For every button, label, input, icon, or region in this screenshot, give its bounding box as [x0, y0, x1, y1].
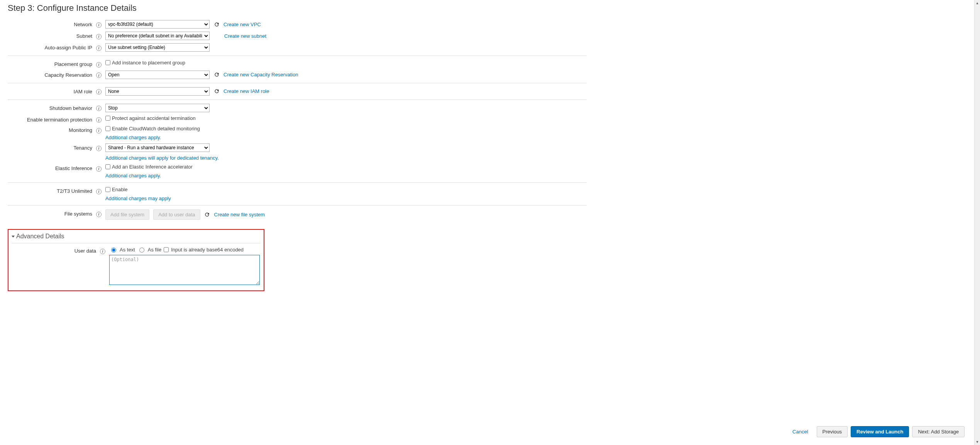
advanced-details-section: Advanced Details User data i As text As … [8, 229, 264, 291]
add-file-system-button: Add file system [105, 209, 149, 220]
advanced-details-title: Advanced Details [16, 233, 64, 240]
monitoring-label: Monitoring [8, 126, 95, 133]
create-subnet-link[interactable]: Create new subnet [224, 33, 266, 39]
autoip-select[interactable]: Use subnet setting (Enable) [105, 43, 210, 52]
subnet-label: Subnet [8, 32, 95, 39]
refresh-icon[interactable] [213, 21, 220, 27]
step-title: Step 3: Configure Instance Details [8, 3, 587, 13]
userdata-as-file-label: As file [148, 247, 161, 253]
t2t3-cb-label: Enable [112, 187, 127, 192]
tenancy-select[interactable]: Shared - Run a shared hardware instance [105, 143, 210, 152]
elastic-cb-label: Add an Elastic Inference accelerator [112, 164, 193, 170]
userdata-as-text-label: As text [120, 247, 135, 253]
create-iam-link[interactable]: Create new IAM role [223, 88, 269, 94]
caret-down-icon [12, 236, 15, 238]
userdata-base64-checkbox[interactable] [164, 247, 169, 252]
shutdown-select[interactable]: Stop [105, 104, 210, 112]
capacity-label: Capacity Reservation [8, 71, 95, 78]
capacity-select[interactable]: Open [105, 71, 210, 79]
autoip-label: Auto-assign Public IP [8, 43, 95, 51]
userdata-textarea[interactable] [109, 255, 260, 285]
monitoring-checkbox[interactable] [105, 126, 110, 131]
shutdown-label: Shutdown behavior [8, 104, 95, 111]
t2t3-checkbox[interactable] [105, 187, 110, 192]
placement-label: Placement group [8, 60, 95, 67]
iam-select[interactable]: None [105, 87, 210, 96]
create-vpc-link[interactable]: Create new VPC [223, 22, 261, 27]
placement-checkbox[interactable] [105, 60, 110, 65]
info-icon[interactable]: i [96, 128, 102, 133]
termprotect-label: Enable termination protection [8, 115, 95, 123]
create-capacity-link[interactable]: Create new Capacity Reservation [223, 72, 298, 78]
add-to-user-data-button: Add to user data [153, 209, 200, 220]
info-icon[interactable]: i [96, 189, 102, 194]
info-icon[interactable]: i [96, 22, 102, 28]
network-select[interactable]: vpc-fb3fd392 (default) [105, 20, 210, 29]
scroll-up-icon[interactable]: ▲ [975, 0, 980, 6]
info-icon[interactable]: i [96, 89, 102, 94]
monitoring-cb-label: Enable CloudWatch detailed monitoring [112, 126, 200, 131]
refresh-icon[interactable] [213, 72, 220, 78]
userdata-as-file-radio[interactable] [139, 248, 144, 253]
info-icon[interactable]: i [96, 34, 102, 39]
info-icon[interactable]: i [96, 146, 102, 151]
tenancy-charges-link[interactable]: Additional charges will apply for dedica… [105, 155, 219, 161]
monitoring-charges-link[interactable]: Additional charges apply. [105, 135, 161, 140]
elastic-label: Elastic Inference [8, 164, 95, 171]
info-icon[interactable]: i [96, 212, 102, 217]
network-label: Network [8, 20, 95, 27]
info-icon[interactable]: i [96, 62, 102, 67]
refresh-icon[interactable] [213, 88, 220, 94]
info-icon[interactable]: i [96, 166, 102, 172]
termprotect-checkbox[interactable] [105, 116, 110, 121]
info-icon[interactable]: i [96, 117, 102, 123]
elastic-charges-link[interactable]: Additional charges apply. [105, 173, 161, 179]
create-file-system-link[interactable]: Create new file system [214, 212, 265, 217]
info-icon[interactable]: i [96, 106, 102, 111]
t2t3-charges-link[interactable]: Additional charges may apply [105, 196, 171, 201]
info-icon[interactable]: i [96, 46, 102, 51]
userdata-label: User data [12, 246, 98, 254]
iam-label: IAM role [8, 87, 95, 94]
elastic-checkbox[interactable] [105, 164, 110, 169]
termprotect-cb-label: Protect against accidental termination [112, 115, 196, 121]
t2t3-label: T2/T3 Unlimited [8, 187, 95, 194]
filesys-label: File systems [8, 209, 95, 217]
userdata-base64-label: Input is already base64 encoded [171, 247, 244, 253]
scrollbar[interactable]: ▲ ▼ [974, 0, 980, 314]
advanced-details-header[interactable]: Advanced Details [12, 231, 261, 243]
placement-cb-label: Add instance to placement group [112, 60, 185, 66]
info-icon[interactable]: i [96, 72, 102, 78]
refresh-icon[interactable] [204, 212, 210, 218]
subnet-select[interactable]: No preference (default subnet in any Ava… [105, 32, 210, 40]
info-icon[interactable]: i [100, 249, 105, 254]
tenancy-label: Tenancy [8, 143, 95, 151]
userdata-as-text-radio[interactable] [111, 248, 116, 253]
